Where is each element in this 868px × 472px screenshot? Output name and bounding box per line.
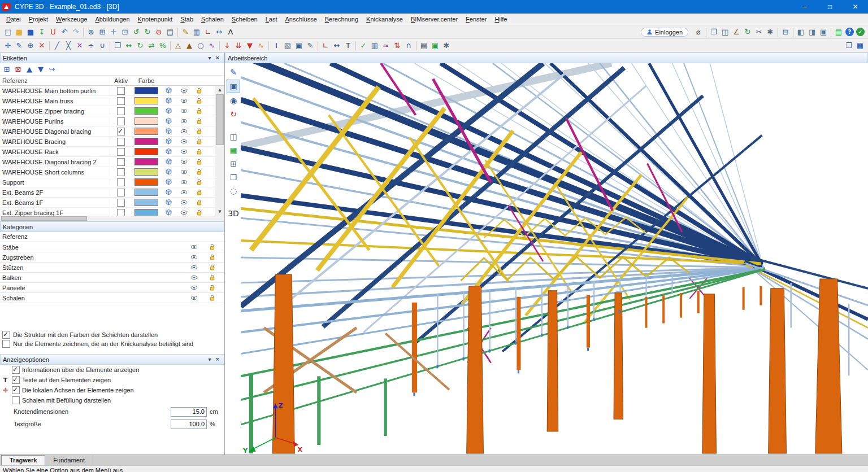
checkbox[interactable]: [2, 331, 10, 339]
menu-knickanalyse[interactable]: Knickanalyse: [362, 15, 407, 24]
viewport-3d[interactable]: ✎▣◉↻◫▦⊞❐◌3D: [225, 63, 868, 454]
layer-lock-icon[interactable]: [192, 138, 207, 145]
checkbox[interactable]: [117, 189, 125, 196]
menu-projekt[interactable]: Projekt: [25, 15, 52, 24]
layer-visibility-icon[interactable]: [176, 158, 192, 165]
layer-lock-icon[interactable]: [192, 178, 207, 186]
layer-color-swatch[interactable]: [134, 199, 158, 206]
view-3d-icon[interactable]: 3D: [227, 207, 240, 220]
layer-visibility-icon[interactable]: [176, 148, 192, 155]
layer-cube-icon[interactable]: [161, 128, 176, 135]
bar-divide-icon[interactable]: ÷: [85, 40, 97, 51]
text-size-input[interactable]: [171, 419, 207, 429]
layer-cube-icon[interactable]: [161, 87, 176, 94]
layer-row[interactable]: Ext. Beams 1F: [0, 198, 215, 208]
thermal-load-icon[interactable]: ∿: [255, 40, 267, 51]
layer-visibility-icon[interactable]: [176, 117, 192, 125]
layer-lock-icon[interactable]: [192, 87, 207, 94]
line-load-icon[interactable]: ⇊: [233, 40, 244, 51]
layer-row[interactable]: Support: [0, 177, 215, 187]
layer-cube-icon[interactable]: [161, 107, 176, 115]
layer-row[interactable]: WAREHOUSE Main truss: [0, 96, 215, 106]
layer-row[interactable]: WAREHOUSE Zipper bracing: [0, 106, 215, 116]
pan-icon[interactable]: ✛: [108, 27, 119, 37]
surface-load-icon[interactable]: ▼: [244, 40, 255, 51]
category-visibility-icon[interactable]: [185, 294, 203, 301]
menu-scheiben[interactable]: Scheiben: [228, 15, 262, 24]
check-icon[interactable]: ✓: [358, 40, 369, 51]
window-split-icon[interactable]: ◫: [719, 27, 731, 37]
text-icon[interactable]: A: [225, 27, 236, 37]
layer-lock-icon[interactable]: [192, 209, 207, 216]
orbit-view-icon[interactable]: ↻: [227, 108, 240, 120]
checkbox[interactable]: [12, 396, 20, 404]
view-render-icon[interactable]: ▣: [818, 27, 829, 37]
menu-schalen[interactable]: Schalen: [197, 15, 228, 24]
display-option-row[interactable]: ✛Die lokalen Achsen der Elemente zeigen: [0, 385, 224, 395]
checkbox[interactable]: [2, 340, 10, 348]
copy-icon[interactable]: ❐: [112, 40, 123, 51]
checkbox[interactable]: [117, 107, 125, 115]
category-row[interactable]: Stäbe: [0, 242, 224, 252]
layer-row[interactable]: WAREHOUSE Main bottom purlin: [0, 86, 215, 96]
layer-cube-icon[interactable]: [161, 97, 176, 104]
node-edit-icon[interactable]: ✎: [14, 40, 25, 51]
checkbox[interactable]: [117, 148, 125, 156]
support-icon[interactable]: △: [172, 40, 184, 51]
drafting-compass-icon[interactable]: ✎: [227, 66, 240, 78]
measure-icon[interactable]: ↔: [214, 27, 225, 37]
ortho-icon[interactable]: ∟: [202, 27, 214, 37]
checkbox[interactable]: [117, 138, 125, 146]
layer-visibility-icon[interactable]: [176, 189, 192, 196]
layer-color-swatch[interactable]: [134, 189, 158, 196]
undo-icon[interactable]: ↶: [59, 27, 70, 37]
bar-cross-icon[interactable]: ╳: [63, 40, 74, 51]
layout-icon[interactable]: ⊟: [780, 27, 791, 37]
results-icon[interactable]: ▥: [369, 40, 380, 51]
layer-visibility-icon[interactable]: [176, 138, 192, 145]
option-row[interactable]: Die Struktur mit den Farben der Schichte…: [0, 330, 224, 339]
redraw-icon[interactable]: ✎: [180, 27, 191, 37]
delete-layer-icon[interactable]: ⊠: [12, 64, 24, 75]
section-icon[interactable]: I: [271, 40, 282, 51]
layer-cube-icon[interactable]: [161, 158, 176, 165]
menu-hilfe[interactable]: Hilfe: [491, 15, 511, 24]
category-row[interactable]: Schalen: [0, 293, 224, 303]
layer-color-swatch[interactable]: [134, 148, 158, 155]
view-settings-icon[interactable]: ▦: [854, 40, 866, 51]
close-panel-icon[interactable]: ✕: [214, 356, 222, 362]
layer-row[interactable]: WAREHOUSE Short columns: [0, 167, 215, 177]
fixed-support-icon[interactable]: ▲: [184, 40, 195, 51]
scrollbar-thumb[interactable]: [216, 94, 224, 145]
layer-cube-icon[interactable]: [161, 199, 176, 206]
layer-color-swatch[interactable]: [134, 138, 158, 145]
new-file-icon[interactable]: □: [2, 27, 14, 37]
mirror-icon[interactable]: ⇄: [146, 40, 157, 51]
checkbox[interactable]: [117, 117, 125, 125]
material-icon[interactable]: ▧: [282, 40, 293, 51]
help-icon[interactable]: ?: [845, 28, 854, 36]
bar-delete-icon[interactable]: ✕: [74, 40, 85, 51]
layer-visibility-icon[interactable]: [176, 199, 192, 206]
view-wire-icon[interactable]: ◨: [806, 27, 818, 37]
bar-new-icon[interactable]: ╱: [51, 40, 63, 51]
checkbox[interactable]: [117, 97, 125, 105]
new-window-icon[interactable]: ❐: [843, 40, 854, 51]
menu-fenster[interactable]: Fenster: [462, 15, 491, 24]
close-button[interactable]: ✕: [843, 0, 868, 14]
category-lock-icon[interactable]: [203, 243, 221, 251]
search-icon[interactable]: ⌀: [693, 27, 704, 37]
layer-row[interactable]: WAREHOUSE Purlins: [0, 116, 215, 126]
layer-visibility-icon[interactable]: [176, 107, 192, 115]
category-row[interactable]: Zugstreben: [0, 252, 224, 263]
zoom-window-icon[interactable]: ⊞: [97, 27, 108, 37]
maximize-button[interactable]: □: [817, 0, 843, 14]
menu-berechnung[interactable]: Berechnung: [321, 15, 362, 24]
minimize-button[interactable]: –: [792, 0, 817, 14]
layer-assign-icon[interactable]: ▣: [293, 40, 305, 51]
menu-last[interactable]: Last: [262, 15, 281, 24]
scroll-down-icon[interactable]: ▼: [218, 208, 221, 216]
move-icon[interactable]: ↔: [123, 40, 134, 51]
layer-cube-icon[interactable]: [161, 209, 176, 216]
category-visibility-icon[interactable]: [185, 274, 203, 281]
